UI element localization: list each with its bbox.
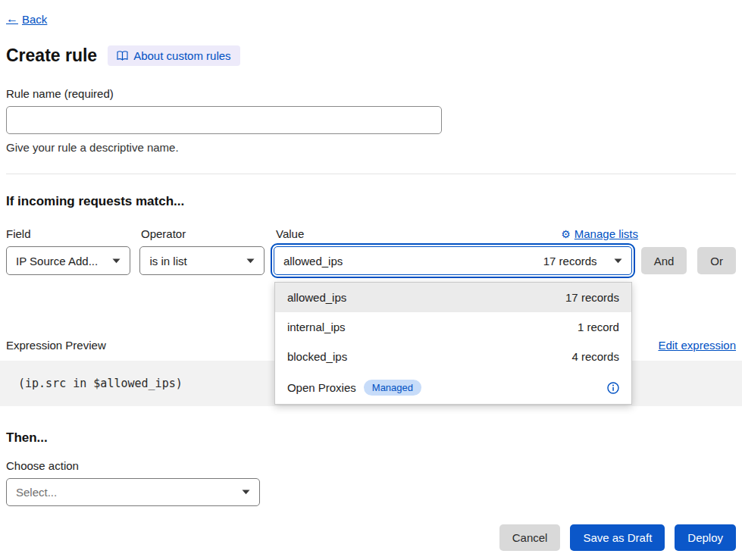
gear-icon: ⚙ <box>561 228 571 240</box>
expression-preview-label: Expression Preview <box>6 339 106 352</box>
save-as-draft-button[interactable]: Save as Draft <box>570 524 665 551</box>
manage-lists-link[interactable]: ⚙ Manage lists <box>561 227 638 240</box>
chevron-down-icon <box>614 258 622 264</box>
create-rule-page: ← Back Create rule About custom rules Ru… <box>0 0 742 551</box>
list-item-records: 4 records <box>571 350 619 363</box>
list-item-name: internal_ips <box>287 321 346 333</box>
expression-code: (ip.src in $allowed_ips) <box>18 377 183 390</box>
operator-select-value: is in list <box>149 255 186 267</box>
back-arrow-icon: ← <box>6 12 18 26</box>
and-button[interactable]: And <box>641 247 687 274</box>
action-select-placeholder: Select... <box>16 486 57 499</box>
deploy-button[interactable]: Deploy <box>675 524 736 551</box>
operator-label: Operator <box>141 227 267 240</box>
match-section-heading: If incoming requests match... <box>6 194 736 209</box>
footer-actions: Cancel Save as Draft Deploy <box>6 524 736 551</box>
value-select-name: allowed_ips <box>283 255 343 267</box>
chevron-down-icon <box>112 258 121 264</box>
rule-name-input[interactable] <box>6 106 442 134</box>
managed-badge: Managed <box>364 380 421 396</box>
match-labels-row: Field Operator Value ⚙ Manage lists <box>6 227 736 240</box>
chevron-down-icon <box>246 258 255 264</box>
book-icon <box>117 51 128 61</box>
or-button[interactable]: Or <box>697 247 736 274</box>
list-item-records: 1 record <box>578 321 619 333</box>
list-item-name: Open Proxies <box>287 381 356 394</box>
field-select[interactable]: IP Source Add... <box>6 246 130 275</box>
list-item-open-proxies[interactable]: Open Proxies Managed <box>275 371 631 404</box>
rule-name-helper-text: Give your rule a descriptive name. <box>6 141 736 154</box>
back-link[interactable]: ← Back <box>6 12 47 26</box>
about-custom-rules-link[interactable]: About custom rules <box>108 45 240 66</box>
choose-action-label: Choose action <box>6 459 736 472</box>
value-select[interactable]: allowed_ips 17 records <box>274 246 632 275</box>
field-label: Field <box>6 227 132 240</box>
chevron-down-icon <box>242 490 250 495</box>
list-item-name: allowed_ips <box>287 291 346 304</box>
page-title: Create rule <box>6 45 97 66</box>
action-select[interactable]: Select... <box>6 478 260 506</box>
list-item-blocked-ips[interactable]: blocked_ips 4 records <box>275 342 631 371</box>
section-divider <box>6 174 736 174</box>
list-item-internal-ips[interactable]: internal_ips 1 record <box>275 312 631 342</box>
list-item-allowed-ips[interactable]: allowed_ips 17 records <box>275 283 631 312</box>
list-dropdown-menu: allowed_ips 17 records internal_ips 1 re… <box>274 282 632 405</box>
value-select-records: 17 records <box>543 255 597 267</box>
edit-expression-link[interactable]: Edit expression <box>658 339 736 352</box>
then-section-heading: Then... <box>6 430 736 446</box>
title-row: Create rule About custom rules <box>6 45 736 66</box>
about-custom-rules-label: About custom rules <box>133 49 230 62</box>
cancel-button[interactable]: Cancel <box>499 524 561 551</box>
list-item-name: blocked_ips <box>287 350 347 363</box>
field-select-value: IP Source Add... <box>16 255 98 267</box>
back-link-label: Back <box>22 13 47 26</box>
list-item-records: 17 records <box>565 291 619 304</box>
rule-name-label: Rule name (required) <box>6 87 736 100</box>
operator-select[interactable]: is in list <box>139 246 264 275</box>
match-controls-row: IP Source Add... is in list allowed_ips … <box>6 246 736 275</box>
value-select-wrap: allowed_ips 17 records allowed_ips 17 re… <box>274 246 632 275</box>
info-icon[interactable] <box>607 382 619 394</box>
manage-lists-label: Manage lists <box>575 227 638 240</box>
value-label: Value <box>276 227 304 240</box>
